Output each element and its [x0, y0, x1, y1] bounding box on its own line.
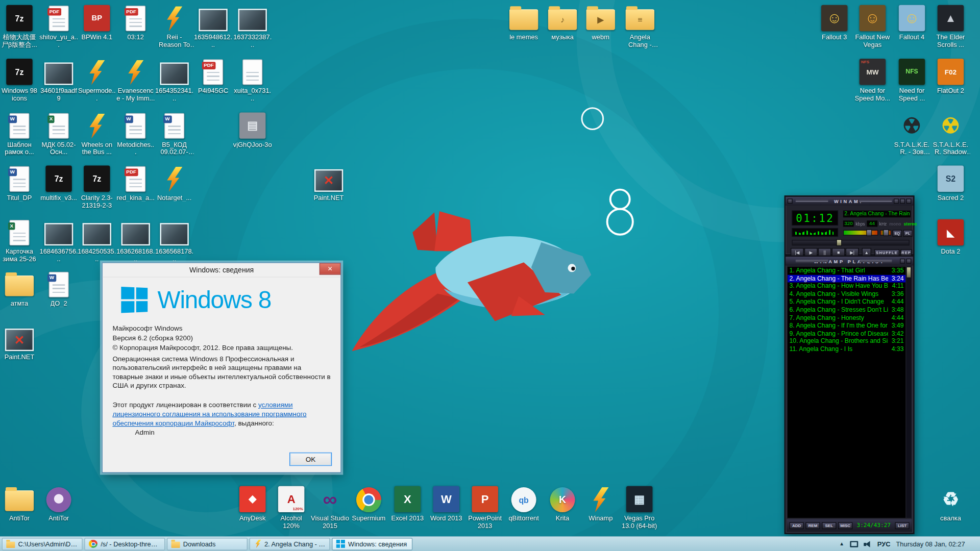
desktop-icon[interactable]: WШаблон рамок о... — [0, 111, 39, 161]
playlist-track[interactable]: 1. Angela Chang - That Girl3:35 — [788, 267, 905, 274]
desktop-icon[interactable]: XМДК 05.02-Осн... — [39, 111, 78, 161]
balance-slider[interactable] — [880, 230, 891, 236]
desktop-icon[interactable]: ≡Angela Chang - Vis... — [621, 4, 659, 54]
desktop-icon[interactable]: ☢S.T.A.L.K.E.R. - Зов При... — [893, 111, 932, 161]
desktop-icon[interactable]: 7zClarity 2.3-21319-2-3 — [78, 164, 116, 214]
desktop-icon[interactable]: XExcel 2013 — [388, 485, 427, 535]
playlist-track[interactable]: 4. Angela Chang - Visible Wings3:36 — [788, 290, 905, 298]
track-title-marquee[interactable]: 2. Angela Chang - The Rain — [843, 211, 911, 217]
desktop-icon[interactable]: xuita_0x731... — [233, 58, 272, 108]
desktop-icon[interactable]: PPowerPoint 2013 — [465, 485, 504, 535]
desktop-icon[interactable]: Krita — [543, 485, 582, 535]
desktop-icon[interactable]: WMetodiches... — [116, 111, 155, 161]
desktop-icon[interactable]: PDF03:12 — [116, 4, 155, 54]
desktop-icon[interactable]: ▶webm — [581, 4, 620, 54]
desktop-icon[interactable]: 1684636756... — [39, 218, 78, 268]
desktop-icon[interactable]: XКарточка зима 25-26 — [0, 218, 39, 268]
taskbar-item[interactable]: C:\Users\Admin\Des... — [2, 538, 83, 550]
desktop-icon[interactable]: ▦Vegas Pro 13.0 (64-bit) — [620, 485, 659, 535]
tray-expand-icon[interactable]: ▲ — [839, 541, 844, 546]
desktop-icon[interactable]: 7zmultifix_v3... — [39, 164, 78, 214]
playlist-track[interactable]: 11. Angela Chang - I Is4:33 — [788, 345, 905, 353]
desktop-icon[interactable]: WTitul_DP — [0, 164, 39, 214]
playlist-track[interactable]: 9. Angela Chang - Prince of Disease3:42 — [788, 330, 905, 337]
desktop-icon[interactable]: NFSNeed for Speed ... — [893, 58, 932, 108]
desktop-icon[interactable]: NFSMWNeed for Speed Mo... — [853, 58, 892, 108]
desktop-icon[interactable]: 7zWindows 98 icons — [0, 58, 39, 108]
misc-button[interactable]: MISC — [838, 522, 852, 529]
desktop-icon[interactable]: 1684250535... — [78, 218, 116, 268]
desktop-icon[interactable]: 1636568178... — [155, 218, 194, 268]
playlist-track[interactable]: 6. Angela Chang - Stresses Don't Lis...3… — [788, 306, 905, 314]
winamp-titlebar[interactable]: WINAMP — [786, 197, 913, 206]
desktop-icon[interactable]: ✕Paint.NET — [0, 323, 39, 373]
network-icon[interactable] — [850, 541, 858, 547]
shade-icon[interactable] — [900, 259, 905, 264]
volume-icon[interactable] — [864, 540, 872, 548]
desktop-icon[interactable]: Supermode... — [78, 58, 116, 108]
desktop-icon[interactable]: 1636268168... — [116, 218, 155, 268]
clock[interactable]: Thursday 08 Jan, 02:27 — [896, 540, 965, 548]
close-button[interactable]: ✕ — [320, 263, 341, 275]
desktop-icon[interactable]: Supermium — [349, 485, 388, 535]
taskbar-item[interactable]: Windows: сведения — [332, 538, 412, 550]
desktop-icon[interactable]: ☺Fallout 3 — [815, 4, 854, 54]
equalizer-button[interactable]: EQ — [893, 230, 902, 237]
desktop-icon[interactable]: WWord 2013 — [427, 485, 465, 535]
desktop-icon[interactable]: PDFred_kina_a... — [116, 164, 155, 214]
desktop-icon[interactable]: qbqBittorrent — [504, 485, 543, 535]
desktop-icon[interactable]: WB5_КОД 09.02.07-5-... — [155, 111, 194, 161]
desktop-icon[interactable]: PDFP4i945GC — [194, 58, 233, 108]
desktop-icon[interactable]: S2Sacred 2 — [931, 164, 970, 214]
playlist-scrollbar[interactable] — [906, 267, 912, 518]
desktop-icon[interactable]: Wheels on the Bus ... — [78, 111, 116, 161]
taskbar-item[interactable]: Downloads — [167, 538, 248, 550]
sel-button[interactable]: SEL — [822, 522, 836, 529]
desktop-icon[interactable]: ☢S.T.A.L.K.E.R. Shadow of ... — [931, 111, 970, 161]
desktop-icon[interactable]: ◣Dota 2 — [931, 218, 970, 268]
desktop-icon[interactable]: ◆AnyDesk — [233, 485, 272, 535]
add-button[interactable]: ADD — [790, 522, 804, 529]
desktop-icon[interactable]: ☺Fallout New Vegas — [853, 4, 892, 54]
desktop-icon[interactable]: ♪музыка — [543, 4, 582, 54]
playlist-track[interactable]: 7. Angela Chang - Honesty4:44 — [788, 314, 905, 321]
desktop-icon[interactable]: 1654352341... — [155, 58, 194, 108]
close-icon[interactable] — [906, 259, 912, 264]
winamp-menu-icon[interactable] — [788, 198, 793, 204]
playlist-toggle-button[interactable]: PL — [903, 230, 912, 237]
desktop-icon[interactable]: ∞Visual Studio 2015 — [311, 485, 350, 535]
playlist-track[interactable]: 10. Angela Chang - Brothers and Sist...3… — [788, 338, 905, 345]
close-icon[interactable] — [906, 198, 912, 204]
desktop-icon[interactable]: F02FlatOut 2 — [931, 58, 970, 108]
desktop-icon[interactable]: ▲The Elder Scrolls ... — [931, 4, 970, 54]
desktop-icon[interactable]: AntiTor — [39, 485, 78, 535]
list-button[interactable]: LIST — [895, 522, 909, 529]
desktop-icon[interactable]: 1637332387... — [233, 4, 272, 54]
desktop-icon[interactable]: PDFshitov_yu_a... — [39, 4, 78, 54]
dialog-titlebar[interactable]: Windows: сведения ✕ — [103, 263, 341, 278]
desktop-icon[interactable]: Winamp — [581, 485, 620, 535]
desktop-icon[interactable]: BPBPWin 4.1 — [78, 4, 116, 54]
desktop-icon[interactable]: le memes — [504, 4, 543, 54]
desktop-icon[interactable]: 34601f9aadf9 — [39, 58, 78, 108]
playlist-track[interactable]: 8. Angela Chang - If I'm the One for Y..… — [788, 322, 905, 330]
desktop-icon[interactable]: 7z植物大战僵尸β版整合... — [0, 4, 39, 54]
playlist-track[interactable]: 2. Angela Chang - The Rain Has Bee...3:2… — [788, 274, 905, 282]
taskbar-item[interactable]: /s/ - Desktop-thread ... — [84, 538, 165, 550]
playlist-titlebar[interactable]: WINAMP PLAYLIST — [786, 257, 913, 265]
desktop-icon[interactable]: ☺Fallout 4 — [893, 4, 932, 54]
visualizer[interactable] — [792, 228, 838, 237]
desktop-icon[interactable]: 120%AAlcohol 120% — [272, 485, 311, 535]
desktop-icon[interactable]: Notarget_... — [155, 164, 194, 214]
playlist-track[interactable]: 3. Angela Chang - How Have You Be...4:11 — [788, 283, 905, 290]
desktop-icon[interactable]: ▤vjGhQJoo-3o — [233, 111, 272, 161]
rem-button[interactable]: REM — [805, 522, 820, 529]
ok-button[interactable]: OK — [289, 453, 332, 466]
language-indicator[interactable]: РУС — [877, 540, 891, 548]
shade-icon[interactable] — [900, 198, 905, 204]
volume-slider[interactable] — [843, 230, 878, 236]
desktop-icon[interactable]: 1635948612... — [194, 4, 233, 54]
desktop-icon[interactable]: Evanescence - My Imm... — [116, 58, 155, 108]
desktop-icon[interactable]: AntiTor — [0, 485, 39, 535]
minimize-icon[interactable] — [894, 198, 899, 204]
